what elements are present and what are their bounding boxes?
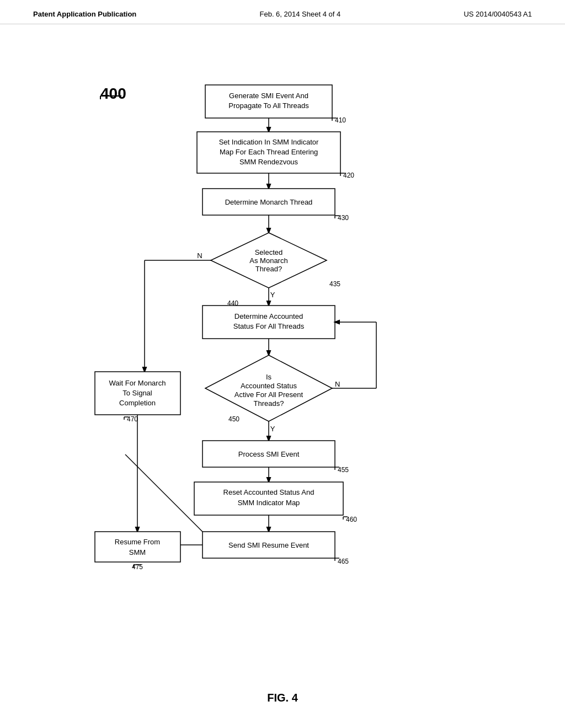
svg-text:To Signal: To Signal [122, 389, 152, 397]
svg-text:N: N [335, 380, 340, 388]
svg-text:Is: Is [266, 373, 272, 381]
svg-text:430: 430 [338, 214, 349, 222]
figure-label: FIG. 4 [0, 692, 565, 715]
svg-text:SMM Indicator Map: SMM Indicator Map [238, 499, 300, 507]
svg-text:Resume From: Resume From [115, 538, 160, 546]
svg-text:Thread?: Thread? [255, 265, 282, 273]
svg-text:SMM: SMM [129, 548, 146, 556]
svg-text:410: 410 [335, 116, 346, 124]
svg-text:SMM Rendezvous: SMM Rendezvous [239, 158, 299, 166]
svg-text:465: 465 [338, 558, 349, 565]
svg-text:Wait For Monarch: Wait For Monarch [109, 379, 166, 387]
svg-text:Reset Accounted Status And: Reset Accounted Status And [223, 488, 315, 496]
svg-text:Propagate To All Threads: Propagate To All Threads [228, 101, 309, 110]
figure-number: 400 [100, 85, 126, 102]
svg-text:Active For All Present: Active For All Present [234, 390, 303, 399]
svg-text:470: 470 [127, 415, 138, 423]
svg-text:Selected: Selected [255, 248, 283, 256]
svg-text:Determine Accounted: Determine Accounted [234, 312, 303, 320]
svg-text:Send SMI Resume Event: Send SMI Resume Event [228, 541, 309, 549]
svg-text:Determine Monarch Thread: Determine Monarch Thread [225, 198, 313, 206]
svg-text:As Monarch: As Monarch [249, 256, 287, 265]
svg-text:Y: Y [270, 291, 275, 299]
svg-text:Map For Each Thread Entering: Map For Each Thread Entering [220, 148, 318, 156]
header-right: US 2014/0040543 A1 [463, 10, 532, 18]
svg-text:440: 440 [227, 299, 238, 307]
svg-text:Process SMI Event: Process SMI Event [238, 450, 300, 458]
page-header: Patent Application Publication Feb. 6, 2… [0, 0, 565, 24]
header-left: Patent Application Publication [33, 10, 136, 18]
header-center: Feb. 6, 2014 Sheet 4 of 4 [259, 10, 340, 18]
svg-text:N: N [197, 251, 202, 260]
svg-text:460: 460 [346, 516, 357, 523]
svg-text:Accounted Status: Accounted Status [241, 382, 297, 390]
svg-text:Set Indication In SMM Indicato: Set Indication In SMM Indicator [219, 138, 319, 146]
svg-text:Status For All Threads: Status For All Threads [233, 322, 305, 330]
svg-text:450: 450 [228, 415, 239, 423]
svg-text:Generate SMI Event And: Generate SMI Event And [229, 92, 308, 100]
svg-text:455: 455 [338, 466, 349, 474]
svg-line-72 [125, 454, 202, 532]
svg-text:Y: Y [270, 425, 275, 433]
svg-text:Completion: Completion [119, 399, 156, 407]
svg-text:Threads?: Threads? [254, 399, 284, 408]
svg-text:435: 435 [329, 280, 340, 288]
svg-text:420: 420 [343, 172, 354, 179]
diagram-area: 400 Generate SMI Event And Propagate To … [0, 24, 565, 686]
node-475 [95, 532, 180, 562]
flowchart-svg: 400 Generate SMI Event And Propagate To … [34, 35, 531, 675]
